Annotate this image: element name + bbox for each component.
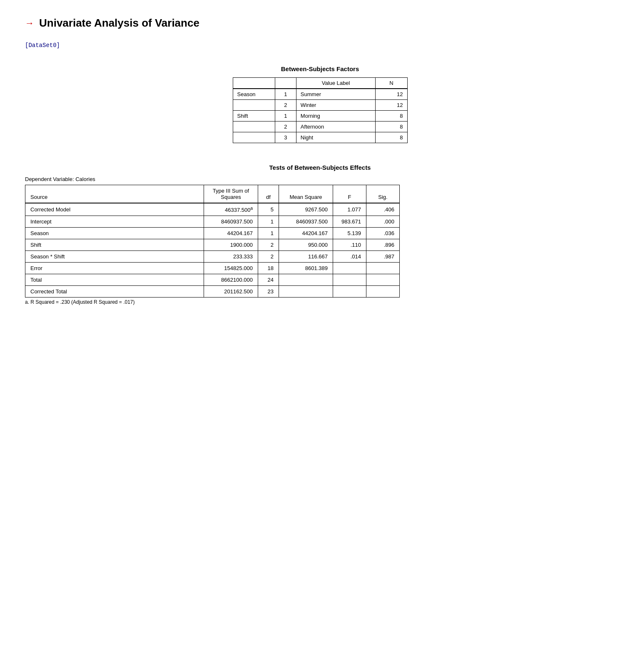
effects-ms: 9267.500 [279, 203, 333, 216]
effects-sig: .987 [366, 251, 400, 263]
effects-ss: 46337.500a [204, 203, 258, 216]
bsf-table: Value Label N Season 1 Summer 12 2 Winte… [233, 77, 408, 143]
bsf-value: 3 [275, 132, 296, 143]
bsf-factor [233, 132, 275, 143]
effects-df: 2 [258, 251, 279, 263]
effects-source: Season * Shift [25, 251, 204, 263]
effects-f [333, 286, 366, 298]
effects-source: Intercept [25, 216, 204, 228]
effects-table-title: Tests of Between-Subjects Effects [25, 164, 615, 171]
bsf-row: 2 Winter 12 [233, 100, 407, 111]
effects-source: Shift [25, 239, 204, 251]
bsf-n: 12 [376, 89, 407, 100]
bsf-section: Between-Subjects Factors Value Label N S… [25, 65, 615, 143]
effects-section: Tests of Between-Subjects Effects Depend… [25, 164, 615, 305]
bsf-row: 3 Night 8 [233, 132, 407, 143]
effects-col-sig: Sig. [366, 185, 400, 203]
effects-col-f: F [333, 185, 366, 203]
effects-sig: .406 [366, 203, 400, 216]
bsf-factor [233, 122, 275, 132]
effects-col-type3: Type III Sum of Squares [204, 185, 258, 203]
dataset-label: [DataSet0] [25, 42, 615, 49]
effects-source: Season [25, 228, 204, 239]
effects-sig: .896 [366, 239, 400, 251]
effects-ms [279, 274, 333, 286]
effects-row: Corrected Model 46337.500a 5 9267.500 1.… [25, 203, 400, 216]
bsf-col-valuelabel: Value Label [296, 78, 375, 89]
dependent-var-label: Dependent Variable: Calories [25, 176, 615, 182]
effects-f [333, 274, 366, 286]
bsf-factor: Season [233, 89, 275, 100]
effects-f: .110 [333, 239, 366, 251]
effects-source: Error [25, 263, 204, 274]
effects-row: Season * Shift 233.333 2 116.667 .014 .9… [25, 251, 400, 263]
effects-row: Total 8662100.000 24 [25, 274, 400, 286]
effects-f [333, 263, 366, 274]
effects-sig: .000 [366, 216, 400, 228]
effects-df: 23 [258, 286, 279, 298]
effects-source: Total [25, 274, 204, 286]
effects-sig [366, 274, 400, 286]
effects-df: 1 [258, 228, 279, 239]
bsf-label: Afternoon [296, 122, 375, 132]
effects-row: Season 44204.167 1 44204.167 5.139 .036 [25, 228, 400, 239]
effects-ms [279, 286, 333, 298]
effects-row: Shift 1900.000 2 950.000 .110 .896 [25, 239, 400, 251]
effects-col-df: df [258, 185, 279, 203]
effects-f: .014 [333, 251, 366, 263]
effects-ss: 233.333 [204, 251, 258, 263]
effects-ss: 154825.000 [204, 263, 258, 274]
effects-df: 1 [258, 216, 279, 228]
effects-sig [366, 286, 400, 298]
bsf-table-title: Between-Subjects Factors [25, 65, 615, 72]
effects-ss: 201162.500 [204, 286, 258, 298]
effects-row: Error 154825.000 18 8601.389 [25, 263, 400, 274]
effects-ss: 8460937.500 [204, 216, 258, 228]
bsf-col-n: N [376, 78, 407, 89]
bsf-n: 12 [376, 100, 407, 111]
effects-ms: 44204.167 [279, 228, 333, 239]
bsf-n: 8 [376, 122, 407, 132]
bsf-row: 2 Afternoon 8 [233, 122, 407, 132]
bsf-value: 2 [275, 122, 296, 132]
effects-ms: 8460937.500 [279, 216, 333, 228]
page-header: → Univariate Analysis of Variance [25, 17, 615, 30]
bsf-label: Summer [296, 89, 375, 100]
effects-ms: 950.000 [279, 239, 333, 251]
bsf-n: 8 [376, 111, 407, 122]
effects-df: 18 [258, 263, 279, 274]
effects-table: Source Type III Sum of Squares df Mean S… [25, 185, 400, 298]
effects-row: Intercept 8460937.500 1 8460937.500 983.… [25, 216, 400, 228]
effects-source: Corrected Model [25, 203, 204, 216]
bsf-label: Night [296, 132, 375, 143]
bsf-n: 8 [376, 132, 407, 143]
bsf-value: 1 [275, 89, 296, 100]
effects-ss: 8662100.000 [204, 274, 258, 286]
arrow-icon: → [25, 18, 34, 29]
bsf-label: Morning [296, 111, 375, 122]
bsf-row: Season 1 Summer 12 [233, 89, 407, 100]
effects-sig [366, 263, 400, 274]
effects-ss: 1900.000 [204, 239, 258, 251]
bsf-factor [233, 100, 275, 111]
effects-col-source: Source [25, 185, 204, 203]
page-title: Univariate Analysis of Variance [39, 17, 199, 30]
effects-f: 1.077 [333, 203, 366, 216]
effects-ms: 8601.389 [279, 263, 333, 274]
effects-row: Corrected Total 201162.500 23 [25, 286, 400, 298]
effects-df: 24 [258, 274, 279, 286]
effects-col-ms: Mean Square [279, 185, 333, 203]
bsf-value: 1 [275, 111, 296, 122]
effects-df: 5 [258, 203, 279, 216]
effects-f: 5.139 [333, 228, 366, 239]
effects-f: 983.671 [333, 216, 366, 228]
bsf-value: 2 [275, 100, 296, 111]
effects-ms: 116.667 [279, 251, 333, 263]
bsf-factor: Shift [233, 111, 275, 122]
bsf-label: Winter [296, 100, 375, 111]
bsf-row: Shift 1 Morning 8 [233, 111, 407, 122]
effects-sig: .036 [366, 228, 400, 239]
effects-df: 2 [258, 239, 279, 251]
effects-source: Corrected Total [25, 286, 204, 298]
effects-footnote: a. R Squared = .230 (Adjusted R Squared … [25, 299, 615, 305]
